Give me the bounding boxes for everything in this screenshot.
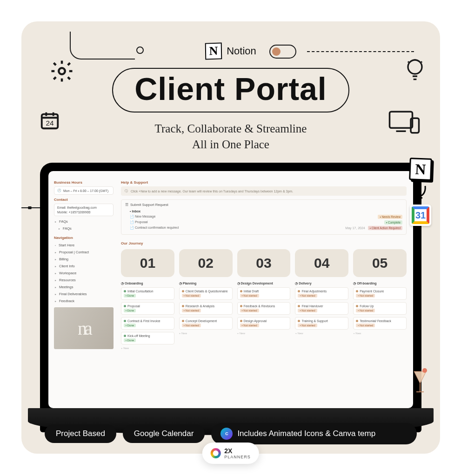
planners-logo-icon <box>210 448 220 458</box>
canva-icon: C <box>220 428 233 440</box>
google-calendar-icon: 31 <box>410 205 431 226</box>
pill-project-based: Project Based <box>45 424 116 443</box>
sidebar: Business Hours 🕘 Mon – Fri • 8.00 – 17.0… <box>48 171 118 408</box>
task-card[interactable]: Testimonial/ Feedback• Not started <box>353 317 407 330</box>
task-card[interactable]: Concept Development• Not started <box>179 317 233 330</box>
clock-icon: 🕘 <box>57 189 61 192</box>
laptop-mockup: Business Hours 🕘 Mon – Fri • 8.00 – 17.0… <box>40 163 421 432</box>
task-card[interactable]: Proposal• Done <box>121 302 174 315</box>
hero-subtitle: Track, Collaborate & Streamline All in O… <box>21 121 440 152</box>
new-task-link[interactable]: + New <box>295 332 348 335</box>
inbox-row[interactable]: 📄 Proposal• Complete <box>125 219 402 225</box>
contact-title: Contact <box>54 198 114 202</box>
nav-item-feedback[interactable]: Feedback <box>54 298 114 304</box>
planners-badge[interactable]: 2XPLANNERS <box>202 443 259 464</box>
help-notice: ⓘ Click +New to add a new message. Our t… <box>121 186 407 196</box>
journey-column: ◔ OnboardingInitial Consultation• DonePr… <box>121 282 174 350</box>
task-card[interactable]: Initial Consultation• Done <box>121 287 174 300</box>
journey-column: ◔ Design DevelopmentInitial Draft• Not s… <box>237 282 291 350</box>
journey-column: ◔ PlanningClient Details & Questionnaire… <box>179 282 233 350</box>
task-card[interactable]: Final Adjustments• Not started <box>295 287 348 300</box>
planners-name: PLANNERS <box>224 455 251 459</box>
business-hours-title: Business Hours <box>54 180 114 185</box>
svg-point-7 <box>28 206 31 209</box>
nav-list: Start HereProposal | ContractBillingClie… <box>54 242 114 304</box>
hero-title: Client Portal <box>134 71 327 107</box>
contact-email: Email: thefeelgoodbag.com <box>57 206 110 209</box>
app-screen: Business Hours 🕘 Mon – Fri • 8.00 – 17.0… <box>48 171 413 408</box>
inbox-row[interactable]: 📄 Contract confirmation requiredMay 17, … <box>125 225 402 231</box>
notion-logo-icon: N <box>205 42 222 60</box>
journey-step-03: 03 <box>237 249 291 277</box>
task-card[interactable]: Training & Support• Not started <box>295 317 348 330</box>
journey-title: Our Journey <box>121 241 407 245</box>
task-card[interactable]: Research & Analysis• Not started <box>179 302 233 315</box>
inbox-icon: ▪ <box>130 210 131 213</box>
task-card[interactable]: Final Handover• Not started <box>295 302 348 315</box>
nav-item-final-deliverables[interactable]: Final Deliverables <box>54 291 114 298</box>
new-task-link[interactable]: + New <box>353 332 407 335</box>
laptop-notch <box>203 163 259 170</box>
task-card[interactable]: Contract & First Invoice• Done <box>121 317 174 330</box>
hero-title-pill: Client Portal <box>112 68 349 112</box>
column-title: ◔ Onboarding <box>121 282 174 285</box>
new-task-link[interactable]: + New <box>237 332 291 335</box>
task-card[interactable]: Feedback & Revisions• Not started <box>237 302 291 315</box>
slider-icon <box>21 206 42 209</box>
inbox-list: 📄 New Message• Needs Review📄 Proposal• C… <box>125 214 402 231</box>
task-card[interactable]: Design Approval• Not started <box>237 317 291 330</box>
hero-header: N Notion Client Portal Track, Collaborat… <box>21 43 440 152</box>
new-task-link[interactable]: + New <box>121 347 174 350</box>
contact-card: Email: thefeelgoodbag.com Mobile: +18573… <box>54 204 114 216</box>
journey-step-02: 02 <box>179 249 233 277</box>
includes-text: Includes Animated Icons & Canva temp <box>237 429 408 438</box>
nav-item-resources[interactable]: Resources <box>54 277 114 284</box>
promo-card: 24 N Notion Client Portal Track, Collabo… <box>21 21 440 454</box>
task-card[interactable]: Follow Up• Not started <box>353 302 407 315</box>
integration-icons: N 31 <box>409 158 432 226</box>
nav-item-meetings[interactable]: Meetings <box>54 284 114 291</box>
column-title: ◔ Planning <box>179 282 233 285</box>
journey-columns: ◔ OnboardingInitial Consultation• DonePr… <box>121 282 407 350</box>
nav-item-workspace[interactable]: Workspace <box>54 270 114 277</box>
column-title: ◔ Delivery <box>295 282 348 285</box>
list-icon: ☰ <box>125 203 128 207</box>
inbox-label: ▪ Inbox <box>125 209 402 214</box>
journey-step-04: 04 <box>295 249 348 277</box>
journey-step-05: 05 <box>353 249 407 277</box>
arrow-down-icon <box>412 184 429 201</box>
contact-mobile: Mobile: +18573289900 <box>57 211 110 214</box>
journey-steps: 0102030405 <box>121 249 407 277</box>
task-card[interactable]: Kick-off Meeting• Done <box>121 332 174 344</box>
notion-icon: N <box>409 158 432 181</box>
info-icon: ⓘ <box>125 189 128 193</box>
planners-prefix: 2X <box>224 447 232 455</box>
nav-item-proposal-contract[interactable]: Proposal | Contract <box>54 249 114 256</box>
journey-column: ◔ Off-boardingPayment Closure• Not start… <box>353 282 407 350</box>
svg-point-9 <box>422 368 427 373</box>
column-title: ◔ Off-boarding <box>353 282 407 285</box>
support-panel: ☰ Submit Support Request ▪ Inbox 📄 New M… <box>121 199 407 235</box>
faqs-link[interactable]: FAQs <box>54 218 114 225</box>
nav-item-start-here[interactable]: Start Here <box>54 242 114 249</box>
nav-item-billing[interactable]: Billing <box>54 256 114 263</box>
task-card[interactable]: Payment Closure• Not started <box>353 287 407 300</box>
status-badge: • Needs Review <box>378 215 402 219</box>
column-title: ◔ Design Development <box>237 282 291 285</box>
main-content: Help & Support ⓘ Click +New to add a new… <box>118 171 413 408</box>
new-task-link[interactable]: + New <box>179 332 233 335</box>
support-panel-title: ☰ Submit Support Request <box>125 203 402 207</box>
business-hours-value: 🕘 Mon – Fri • 8.00 – 17.00 (GMT) <box>54 186 114 195</box>
sidebar-image: na <box>54 307 114 349</box>
task-card[interactable]: Client Details & Questionnaire• Not star… <box>179 287 233 300</box>
pill-google-calendar: Google Calendar <box>123 424 205 443</box>
journey-section: Our Journey 0102030405 ◔ OnboardingIniti… <box>121 241 407 350</box>
pill-includes: C Includes Animated Icons & Canva temp <box>211 423 417 444</box>
journey-column: ◔ DeliveryFinal Adjustments• Not started… <box>295 282 348 350</box>
cocktail-icon <box>409 368 431 396</box>
help-support-title: Help & Support <box>121 180 407 185</box>
task-card[interactable]: Initial Draft• Not started <box>237 287 291 300</box>
nav-item-client-info[interactable]: Client Info <box>54 263 114 270</box>
faqs-sub-link[interactable]: FAQs <box>54 225 114 232</box>
inbox-row[interactable]: 📄 New Message• Needs Review <box>125 214 402 219</box>
